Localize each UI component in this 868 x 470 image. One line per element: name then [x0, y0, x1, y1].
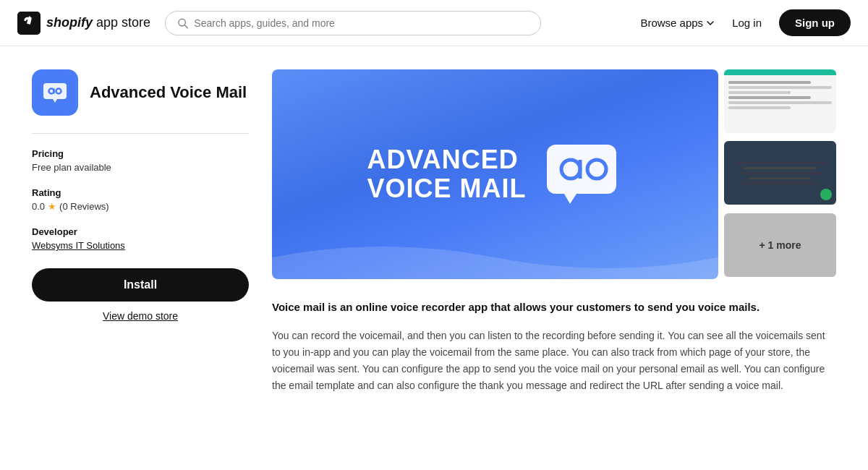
app-icon	[32, 69, 78, 116]
developer-link[interactable]: Websyms IT Solutions	[32, 240, 125, 251]
install-button[interactable]: Install	[32, 268, 249, 302]
description-bold: Voice mail is an online voice recorder a…	[272, 299, 836, 316]
thumbnail-2[interactable]	[724, 141, 836, 205]
search-bar[interactable]	[165, 11, 541, 35]
rating-section: Rating 0.0 ★ (0 Reviews)	[32, 187, 249, 212]
pricing-label: Pricing	[32, 148, 249, 159]
shopify-logo-icon	[17, 12, 41, 35]
voicemail-bubble-icon	[544, 142, 624, 207]
hero-text: ADVANCED VOICE MAIL	[367, 145, 526, 202]
app-header: Advanced Voice Mail	[32, 69, 249, 116]
svg-marker-8	[53, 99, 57, 103]
view-demo-link[interactable]: View demo store	[32, 310, 249, 322]
developer-label: Developer	[32, 226, 249, 237]
thumbnail-1[interactable]	[724, 69, 836, 133]
logo-text: shopify app store	[46, 15, 150, 30]
content-area: ADVANCED VOICE MAIL	[272, 69, 836, 394]
rating-row: 0.0 ★ (0 Reviews)	[32, 201, 249, 212]
main-hero-image[interactable]: ADVANCED VOICE MAIL	[272, 69, 718, 279]
header-nav: Browse apps Log in Sign up	[640, 9, 851, 36]
login-button[interactable]: Log in	[732, 17, 762, 29]
chevron-down-icon	[706, 19, 715, 27]
browse-apps-label: Browse apps	[640, 17, 703, 29]
search-input[interactable]	[194, 17, 529, 29]
app-gallery: ADVANCED VOICE MAIL	[272, 69, 836, 279]
more-label: + 1 more	[760, 239, 801, 251]
browse-apps-button[interactable]: Browse apps	[640, 17, 715, 29]
description-text: You can record the voicemail, and then y…	[272, 328, 836, 394]
wave-decoration	[272, 236, 718, 279]
rating-value: 0.0	[32, 201, 45, 212]
svg-marker-14	[564, 194, 576, 204]
svg-line-2	[185, 25, 188, 27]
app-name: Advanced Voice Mail	[90, 83, 247, 102]
signup-button[interactable]: Sign up	[779, 9, 851, 36]
developer-section: Developer Websyms IT Solutions	[32, 226, 249, 251]
pricing-section: Pricing Free plan available	[32, 148, 249, 173]
developer-value: Websyms IT Solutions	[32, 240, 249, 251]
search-icon	[177, 17, 188, 29]
rating-label: Rating	[32, 187, 249, 198]
sidebar-divider	[32, 133, 249, 134]
svg-rect-3	[43, 83, 67, 99]
header: shopify app store Browse apps Log in Sig…	[0, 0, 868, 46]
pricing-value: Free plan available	[32, 162, 249, 173]
logo: shopify app store	[17, 12, 150, 35]
voicemail-chat-icon	[42, 80, 68, 106]
sidebar: Advanced Voice Mail Pricing Free plan av…	[32, 69, 249, 394]
star-icon: ★	[48, 201, 56, 212]
thumbnail-3-more[interactable]: + 1 more	[724, 213, 836, 277]
rating-reviews: (0 Reviews)	[59, 201, 109, 212]
main-content: Advanced Voice Mail Pricing Free plan av…	[14, 46, 854, 417]
